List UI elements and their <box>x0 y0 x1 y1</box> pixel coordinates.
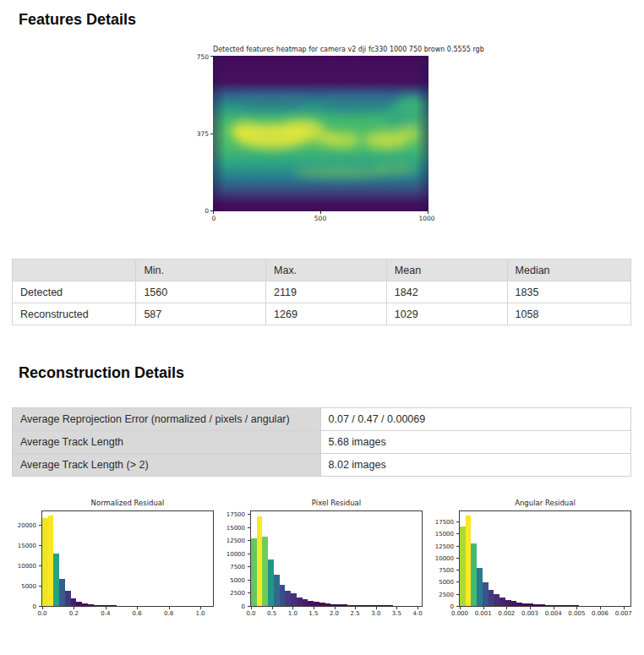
histogram-bar <box>460 527 466 606</box>
x-tick-label: 0.001 <box>475 610 492 617</box>
metric-value-cell: 8.02 images <box>320 454 630 477</box>
y-tick-label: 20000 <box>18 522 36 529</box>
heatmap-x-tick-label: 500 <box>314 215 326 222</box>
metric-row-track-length: Average Track Length 5.68 images <box>13 431 631 454</box>
y-tick-label: 7500 <box>230 564 245 570</box>
y-tick-label: 15000 <box>18 543 36 549</box>
y-tick-label: 12500 <box>226 538 245 544</box>
histogram-bar <box>82 603 88 606</box>
y-tick-label: 10000 <box>435 555 454 562</box>
stats-header-empty <box>13 259 136 281</box>
y-tick-label: 10000 <box>226 551 245 558</box>
x-tick-label: 2.5 <box>351 610 360 617</box>
stat-cell: 1058 <box>507 303 630 325</box>
y-tick-label: 7500 <box>439 567 454 574</box>
histogram-y-axis: 025005000750010000125001500017500 <box>430 510 459 607</box>
x-tick-label: 3.5 <box>392 610 401 617</box>
histogram-bar <box>388 605 394 606</box>
metric-label-cell: Average Track Length <box>13 431 321 454</box>
histogram-bar <box>499 598 505 606</box>
x-tick-label: 0.003 <box>521 610 538 617</box>
y-tick-label: 10000 <box>18 563 36 570</box>
histogram-bar <box>522 603 528 606</box>
histogram-bar <box>573 605 579 606</box>
histogram-title: Angular Residual <box>459 499 631 507</box>
histogram-bar <box>48 516 54 606</box>
x-tick-label: 0.005 <box>568 610 585 617</box>
histogram-bar <box>347 605 353 606</box>
histogram-bar <box>477 568 483 606</box>
histogram-bar <box>494 594 499 606</box>
y-tick-label: 0 <box>242 603 245 610</box>
x-tick-label: 1.0 <box>195 610 205 617</box>
x-tick-label: 0.2 <box>69 610 79 617</box>
stats-header-mean: Mean <box>386 259 507 281</box>
angular-residual-histogram: Angular Residual 02500500075001000012500… <box>430 499 636 619</box>
y-tick-label: 5000 <box>21 583 36 590</box>
x-tick-label: 1.0 <box>288 610 297 617</box>
row-label: Detected <box>13 281 136 303</box>
histogram-bar <box>336 604 342 606</box>
y-tick-label: 12500 <box>435 543 454 550</box>
features-stats-table: Min. Max. Mean Median Detected 1560 2119… <box>12 259 631 325</box>
metric-row-track-length-gt2: Average Track Length (> 2) 8.02 images <box>13 454 631 477</box>
x-tick-label: 0.0 <box>246 610 255 617</box>
histogram-bar <box>105 605 111 606</box>
histogram-bar <box>268 559 274 606</box>
histogram-plot-area <box>459 510 631 607</box>
histogram-plot-area <box>250 510 423 607</box>
histogram-bar <box>53 554 59 606</box>
histogram-bar <box>280 585 286 606</box>
stat-cell: 1029 <box>386 303 507 325</box>
histogram-bar <box>65 591 71 606</box>
histogram-bar <box>88 604 94 606</box>
histogram-bar <box>330 604 336 606</box>
metric-value-cell: 0.07 / 0.47 / 0.00069 <box>320 408 630 431</box>
x-tick-label: 0.5 <box>267 610 276 617</box>
stat-cell: 587 <box>136 303 266 325</box>
histogram-bar <box>539 604 545 606</box>
residual-histograms-row: Normalized Residual 05000100001500020000… <box>13 499 644 619</box>
histogram-bar <box>314 602 319 606</box>
metric-label-cell: Average Reprojection Error (normalized /… <box>13 408 321 431</box>
metric-label-cell: Average Track Length (> 2) <box>13 454 321 477</box>
y-tick-label: 15000 <box>435 531 454 538</box>
histogram-bar <box>71 598 77 606</box>
y-tick-label: 2500 <box>230 590 245 597</box>
histogram-bar <box>325 603 331 606</box>
histogram-bar <box>359 605 365 606</box>
table-row-detected: Detected 1560 2119 1842 1835 <box>13 281 631 303</box>
histogram-bar <box>297 598 303 606</box>
histogram-bar <box>365 605 371 606</box>
y-tick-label: 0 <box>450 603 454 610</box>
histogram-bar <box>99 605 105 606</box>
histogram-bar <box>262 537 268 606</box>
histogram-bar <box>319 603 325 606</box>
x-tick-label: 3.0 <box>371 610 380 617</box>
x-tick-label: 1.5 <box>308 610 318 617</box>
y-tick-label: 5000 <box>230 577 245 584</box>
histogram-plot-area <box>41 510 214 607</box>
histogram-bar <box>568 605 574 606</box>
heatmap-y-axis: 750 375 0 <box>189 56 213 211</box>
heatmap-x-tick-label: 1000 <box>418 215 434 222</box>
stat-cell: 1835 <box>507 281 630 303</box>
reconstruction-details-heading: Reconstruction Details <box>19 364 644 382</box>
histogram-y-axis: 025005000750010000125001500017500 <box>221 510 250 607</box>
metric-value-cell: 5.68 images <box>320 431 630 454</box>
heatmap-y-tick-label: 0 <box>205 207 209 215</box>
x-tick-label: 2.0 <box>330 610 339 617</box>
histogram-bar <box>257 516 263 606</box>
stat-cell: 1560 <box>136 281 266 303</box>
histogram-bar <box>251 538 257 606</box>
histogram-title: Pixel Residual <box>250 499 423 507</box>
stats-header-median: Median <box>507 259 630 281</box>
histogram-bar <box>76 602 82 606</box>
y-tick-label: 15000 <box>226 525 245 532</box>
normalized-residual-histogram: Normalized Residual 05000100001500020000… <box>13 499 218 619</box>
histogram-bar <box>42 518 48 606</box>
histogram-bar <box>308 601 314 606</box>
histogram-bar <box>528 603 534 606</box>
features-heatmap-image <box>213 56 428 211</box>
pixel-residual-histogram: Pixel Residual 0250050007500100001250015… <box>221 499 427 619</box>
